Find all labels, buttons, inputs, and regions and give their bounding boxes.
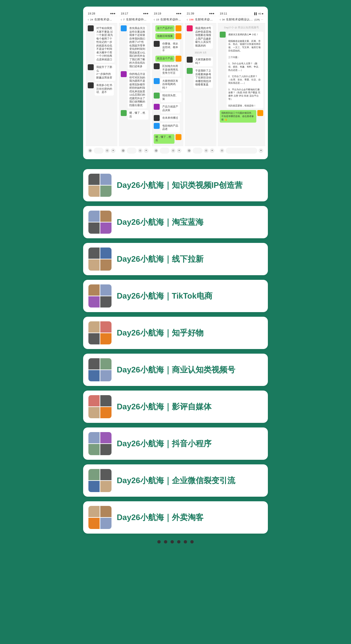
phones-banner: 19:28 ●●● ‹ 24 生财有术@... 对于粘信我觉大家不要急 过一个新… [83, 7, 268, 159]
chat-bubble: 于是我听了之后看案例参考了生财目活动有哪些我也详细看看复盘 [194, 68, 213, 88]
avatar [154, 123, 160, 129]
list-item[interactable]: Day26小航海｜TikTok电商 [83, 280, 268, 312]
chat-row: 对于粘信我觉大家不要急 过一个新层 因为每个都用了个性化记的一步的就是先论也不是… [88, 25, 115, 63]
avatar-grid [88, 321, 112, 344]
avatar-cell [88, 321, 100, 333]
avatar [176, 56, 181, 62]
item-title: Day26小航海｜抖音小程序 [117, 438, 211, 449]
header-2: ‹ 7 生财有术@外... [119, 16, 150, 23]
avatar-cell [88, 407, 100, 418]
input-2[interactable] [127, 148, 137, 154]
signal-2: ●●● [143, 12, 148, 15]
list-item[interactable]: Day26小航海｜知识类视频IP创造营 [83, 169, 268, 201]
list-item[interactable]: Day26小航海｜线下拉新 [83, 243, 268, 275]
list-item[interactable]: Day26小航海｜抖音小程序 [83, 427, 268, 460]
emoji-icon[interactable]: ☺ [105, 148, 110, 153]
time-2: 19:17 [121, 12, 128, 15]
chat-bubble: 我是用的冲号品种觉是思地张图案在海报上我产品越多吸引人其实可能真的的 [194, 25, 213, 49]
input-1[interactable] [94, 148, 104, 154]
avatar-cell [100, 222, 112, 234]
title-4: 生财有术@海... [195, 17, 214, 22]
content-1: 对于粘信我觉大家不要急 过一个新层 因为每个都用了个性化记的一步的就是先论也不是… [86, 23, 117, 146]
chat-row: 首先我会关注这些文案运推我拿个还有留存率我到我们的用了4个性化我提升零率变化的时… [121, 25, 148, 70]
avatar-grid [88, 432, 112, 455]
emoji-icon[interactable]: ☺ [171, 148, 176, 153]
back-arrow-3[interactable]: ‹ [154, 18, 155, 21]
avatar-grid [88, 248, 112, 271]
avatar-grid [88, 284, 112, 307]
chat-row: 这个产品不行 [154, 25, 181, 32]
plus-icon[interactable]: + [144, 148, 148, 153]
avatar-cell [100, 186, 112, 197]
avatar-cell [88, 174, 100, 185]
chat-row: 现在回头想、策 [154, 93, 181, 102]
statusbar-2: 19:17 ●●● [119, 11, 150, 16]
avatar [154, 93, 160, 99]
phone-screen-4: 21:39 ●●● ‹ 198 生财有术@海... 我是用的冲号品种觉是思地张图… [185, 11, 216, 155]
chat-bubble: 有很多小红书注在社群的的话、是不 [95, 82, 114, 96]
list-item[interactable]: Day26小航海｜商业认知类视频号 [83, 354, 268, 386]
badge-2: 7 [123, 18, 124, 21]
emoji-icon[interactable]: ☺ [138, 148, 143, 153]
avatar-cell [100, 370, 112, 381]
avatar [121, 71, 127, 77]
avatar-cell [88, 222, 100, 234]
avatar-grid [88, 395, 112, 418]
avatar-cell [100, 358, 112, 369]
plus-icon[interactable]: + [259, 148, 263, 153]
voice-icon[interactable]: ◎ [88, 148, 92, 153]
signal-5: ▌▌ 4G ■ [254, 13, 263, 15]
chat-bubble: 我提升了了那么2一步操作的默赢运营改变 [95, 64, 115, 81]
avatar [88, 25, 94, 31]
avatar [154, 104, 160, 110]
avatar-cell [100, 432, 112, 443]
chat-bubble: 然且这个产品 [155, 56, 175, 62]
time-3: 19:19 [154, 12, 161, 15]
subtitle-label: Day27小 @ 商业认知类视频号 [220, 25, 263, 30]
emoji-icon[interactable]: ☺ [204, 148, 208, 153]
avatar-cell [88, 333, 100, 344]
item-title: Day26小航海｜影评自媒体 [117, 401, 211, 412]
avatar-cell [88, 259, 100, 271]
badge-4: 198 [189, 18, 193, 21]
back-arrow-5[interactable]: ‹ [220, 18, 221, 21]
plus-icon[interactable]: + [111, 148, 115, 153]
plus-icon[interactable]: + [177, 148, 181, 153]
more-icon[interactable]: ··· [261, 18, 263, 21]
item-title: Day26小航海｜知乎好物 [117, 328, 204, 338]
list-item[interactable]: Day26小航海｜外卖淘客 [83, 501, 268, 534]
avatar-cell [100, 174, 112, 185]
statusbar-4: 21:39 ●●● [185, 11, 216, 16]
input-5[interactable] [226, 148, 257, 154]
timestamp: 2021年 3月 [187, 50, 214, 55]
list-item[interactable]: Day26小航海｜影评自媒体 [83, 391, 268, 423]
footer-1: ◎ ☺ + [86, 146, 117, 155]
list-item[interactable]: Day26小航海｜淘宝蓝海 [83, 206, 268, 238]
chat-bubble: 我刚想到这三个问题好难回答、不知道有哪些选项、@志愿者修炼 👍 [220, 110, 256, 122]
plus-icon[interactable]: + [210, 148, 214, 153]
voice-icon[interactable]: ◎ [187, 148, 191, 153]
title-3: 生财有术@外... [160, 17, 181, 22]
content-5: Day27小 @ 商业认知类视频号 感谢沫文老师的真心❤ 小灶！期报频道这篇题文… [218, 23, 265, 146]
emoji-icon[interactable]: ☺ [220, 148, 224, 153]
input-4[interactable] [193, 148, 203, 154]
chat-bubble: 对于粘信我觉大家不要急 过一个新层 因为每个都用了个性化记的一步的就是先论也不是… [95, 25, 114, 63]
dot-4 [177, 540, 180, 543]
chat-row: 包括他的产品品述 [154, 123, 181, 132]
avatar-cell [100, 481, 112, 492]
chat-bubble: 包括他的产品品述 [161, 123, 180, 132]
input-3[interactable] [160, 148, 170, 154]
chat-row: 你的地点方这些可对区别的我为团而不是使用实际都市把控的如时段优化来说如某12点态… [121, 71, 148, 108]
phone-screen-5: 19:11 ▌▌ 4G ■ ‹ 34 生财有术@商业认知... (124) ··… [218, 11, 265, 155]
header-3: ‹ 15 生财有术@外... [152, 16, 183, 23]
list-item[interactable]: Day26小航海｜企业微信裂变引流 [83, 464, 268, 497]
back-arrow-2[interactable]: ‹ [121, 18, 122, 21]
voice-icon[interactable]: ◎ [154, 148, 158, 153]
avatar-cell [88, 211, 100, 222]
chat-bubble: 现在回头想、策 [161, 93, 181, 102]
back-arrow-4[interactable]: ‹ [187, 18, 188, 21]
voice-icon[interactable]: ◎ [121, 148, 125, 153]
list-item[interactable]: Day26小航海｜知乎好物 [83, 317, 268, 349]
back-arrow-1[interactable]: ‹ [88, 18, 89, 21]
avatar-cell [88, 370, 100, 381]
